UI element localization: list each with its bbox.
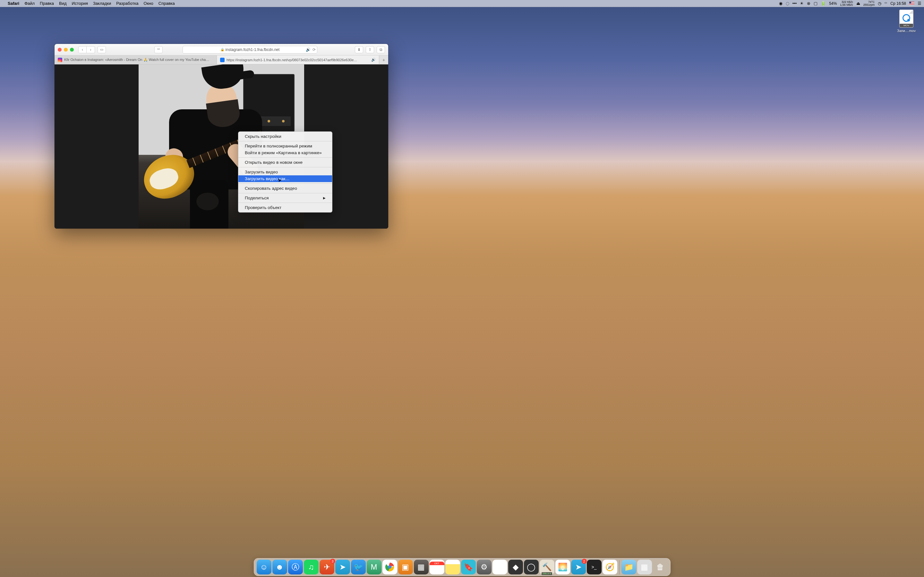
dock-notes[interactable] [445,560,460,574]
lock-icon: 🔒 [220,48,224,51]
desktop-file[interactable]: MOV Запи....mov [895,10,918,33]
mute-icon[interactable]: 🔊 [306,47,310,52]
dock-photos[interactable]: 🌅 [556,560,570,574]
dock-finder-2[interactable]: ☻ [272,560,287,574]
dock-xcode[interactable]: 🔨255,9 K [540,560,554,574]
ctx-separator [238,193,332,193]
statusbar-sun-icon[interactable]: ☀︎ [800,1,804,6]
ctx-download-video[interactable]: Загрузить видео [238,169,332,175]
ctx-hide-controls[interactable]: Скрыть настройки [238,133,332,140]
dock-finder[interactable]: ☺ [257,560,271,574]
statusbar-temp: 74°C2551rpm [863,1,875,6]
statusbar-datetime[interactable]: Ср 16:58 [890,1,906,6]
tab-bar: Kfir Ochaion в Instagram: «Aerosmith - D… [55,55,388,64]
statusbar-network-speed: 322 КБ/с1,56 МБ/с [840,1,853,6]
dock-spotify[interactable]: ♫ [304,560,318,574]
ctx-pip[interactable]: Войти в режим «Картинка в картинке» [238,149,332,156]
ctx-download-video-as[interactable]: Загрузить видео как… [238,175,332,182]
ctx-separator [238,157,332,158]
sidebar-button[interactable]: ▭ [97,46,106,53]
dock-trash[interactable]: 🗑 [653,560,668,574]
ctx-separator [238,183,332,184]
dock-app-box[interactable]: ▦ [414,560,429,574]
address-url: instagram.fozh1-1.fna.fbcdn.net [226,47,280,52]
window-zoom-button[interactable] [70,48,74,52]
statusbar-battery-icon[interactable]: 🔋 [821,1,826,6]
dock-mail[interactable]: ✈3 [320,560,334,574]
window-close-button[interactable] [58,48,61,52]
dock-telegram-2[interactable]: ➤2 [571,560,586,574]
desktop-file-label: Запи....mov [895,29,918,33]
statusbar-input-flag[interactable] [909,2,914,5]
menu-history[interactable]: История [72,1,88,6]
reload-icon[interactable]: ⟳ [312,47,316,52]
statusbar-notification-icon[interactable]: ☰ [918,1,921,6]
dock-launchpad[interactable]: ▦ [637,560,652,574]
statusbar-wifi-icon[interactable]: ⌔ [885,1,887,6]
page-content[interactable] [55,64,388,229]
tabs-overview-button[interactable]: ⧉ [376,46,385,53]
forward-button[interactable]: › [87,46,95,53]
dock-messenger[interactable]: M [367,560,381,574]
menu-bookmarks[interactable]: Закладки [93,1,111,6]
quicktime-icon [903,14,910,22]
statusbar-battery-pct: 54% [829,1,837,6]
cursor-icon: ➤ [278,177,282,183]
tab-2[interactable]: https://instagram.fozh1-1.fna.fbcdn.net/… [217,55,379,64]
safari-toolbar: ‹ › ▭ ᴬᴬ 🔒 instagram.fozh1-1.fna.fbcdn.n… [55,44,388,55]
dock-telegram[interactable]: ➤ [335,560,350,574]
menu-file[interactable]: Файл [24,1,35,6]
menu-bar: Safari Файл Правка Вид История Закладки … [0,0,924,7]
statusbar-eject-icon[interactable]: ⏏ [856,1,860,6]
downloads-button[interactable]: ⬇ [355,46,363,53]
dock-settings[interactable]: ⚙ [477,560,491,574]
safari-window: ‹ › ▭ ᴬᴬ 🔒 instagram.fozh1-1.fna.fbcdn.n… [55,44,388,229]
tab-1[interactable]: Kfir Ochaion в Instagram: «Aerosmith - D… [55,55,217,64]
dock-bookmark[interactable]: 🔖 [461,560,476,574]
dock-gp[interactable]: gp [493,560,507,574]
dock: ☺ ☻ Ⓐ ♫ ✈3 ➤ 🐦 M ▣ ▦ ОКТ17 🔖 ⚙ gp ◆ ◯ 🔨2… [0,558,924,576]
instagram-favicon [58,58,62,62]
dock-chrome[interactable] [383,560,397,574]
dock-app-dark[interactable]: ◆ [508,560,523,574]
back-button[interactable]: ‹ [78,46,87,53]
ctx-separator [238,203,332,203]
dock-app-orange[interactable]: ▣ [398,560,413,574]
app-menu[interactable]: Safari [8,1,19,6]
ctx-open-new-window[interactable]: Открыть видео в новом окне [238,159,332,166]
site-settings-button[interactable]: ᴬᴬ [154,46,163,53]
dock-separator [619,560,620,574]
window-minimize-button[interactable] [64,48,68,52]
tab-audio-icon[interactable]: 🔊 [371,58,376,62]
statusbar-rect-icon[interactable]: ▢ [814,1,817,6]
ctx-share[interactable]: Поделиться▶ [238,195,332,201]
dock-folder[interactable]: 📁 [622,560,636,574]
context-menu: Скрыть настройки Перейти в полноэкранный… [238,131,333,213]
share-button[interactable]: ⇧ [366,46,374,53]
address-bar[interactable]: 🔒 instagram.fozh1-1.fna.fbcdn.net 🔊 ⟳ [183,46,317,53]
dock-cinema4d[interactable]: ◯ [524,560,539,574]
menu-help[interactable]: Справка [158,1,175,6]
statusbar-shield-icon[interactable]: ⊗ [807,1,811,6]
menu-view[interactable]: Вид [59,1,67,6]
facebook-favicon [220,58,225,62]
ctx-fullscreen[interactable]: Перейти в полноэкранный режим [238,143,332,149]
menu-develop[interactable]: Разработка [116,1,138,6]
statusbar-more-icon[interactable]: ••• [792,1,797,6]
new-tab-button[interactable]: + [379,55,388,64]
dock-calendar[interactable]: ОКТ17 [430,560,444,574]
dock-terminal[interactable]: >_ [587,560,602,574]
statusbar-screenrec-icon[interactable]: ◉ [779,1,782,6]
ctx-copy-video-address[interactable]: Скопировать адрес видео [238,185,332,192]
ctx-inspect-element[interactable]: Проверить объект [238,204,332,211]
menu-window[interactable]: Окно [144,1,153,6]
dock-safari[interactable]: 🧭 [603,560,617,574]
submenu-arrow-icon: ▶ [323,196,326,200]
dock-twitter[interactable]: 🐦 [351,560,366,574]
statusbar-clock-icon[interactable]: ◷ [878,1,881,6]
menu-edit[interactable]: Правка [40,1,54,6]
statusbar-droplet-icon[interactable]: ◌ [786,1,789,6]
dock-appstore[interactable]: Ⓐ [288,560,303,574]
